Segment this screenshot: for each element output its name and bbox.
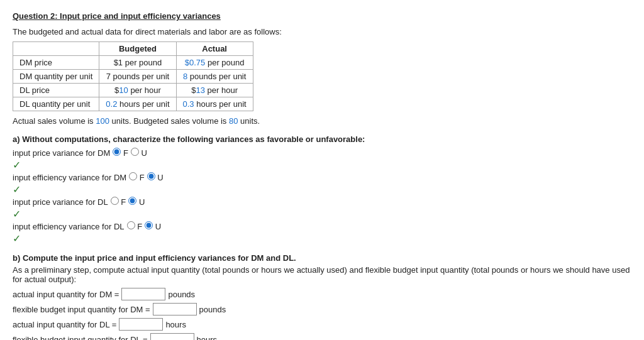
actual-input-qty-dm-unit: pounds	[168, 290, 195, 299]
intro-text: The budgeted and actual data for direct …	[13, 27, 631, 36]
variance-label-dm-price: input price variance for DM	[13, 148, 110, 158]
variance-row-dm-efficiency: input efficiency variance for DM F U	[13, 172, 631, 182]
variance-label-dl-price: input price variance for DL	[13, 197, 108, 207]
radio-dl-eff-u[interactable]	[145, 221, 153, 229]
flex-budget-qty-dm-input[interactable]	[153, 303, 197, 315]
section-a: a) Without computations, characterize th…	[13, 134, 631, 244]
actual-input-qty-dl-row: actual input quantity for DL = hours	[13, 318, 631, 331]
table-row: DM price $1 per pound $0.75 per pound	[13, 56, 253, 70]
sales-note: Actual sales volume is 100 units. Budget…	[13, 116, 631, 126]
table-row: DL quantity per unit 0.2 hours per unit …	[13, 97, 253, 111]
flex-budget-qty-dm-label: flexible budget input quantity for DM =	[13, 305, 150, 314]
radio-label-dl-price-u[interactable]: U	[128, 197, 145, 207]
radio-label-dl-eff-f[interactable]: F	[127, 221, 143, 231]
row-label-dl-qty: DL quantity per unit	[13, 97, 99, 111]
radio-label-dm-price-u[interactable]: U	[131, 148, 147, 158]
variance-row-dl-efficiency: input efficiency variance for DL F U	[13, 221, 631, 231]
cell-dl-qty-budgeted: 0.2 hours per unit	[99, 97, 176, 111]
table-header-actual: Actual	[176, 42, 253, 56]
cell-dm-price-budgeted: $1 per pound	[99, 56, 176, 70]
section-a-title: a) Without computations, characterize th…	[13, 134, 631, 144]
flex-budget-qty-dm-row: flexible budget input quantity for DM = …	[13, 303, 631, 315]
radio-dm-eff-u[interactable]	[147, 172, 155, 180]
data-table: Budgeted Actual DM price $1 per pound $0…	[13, 41, 253, 111]
radio-label-dm-price-f[interactable]: F	[113, 148, 128, 158]
actual-input-qty-dl-input[interactable]	[119, 318, 163, 331]
actual-input-qty-dl-label: actual input quantity for DL =	[13, 320, 116, 329]
flex-budget-qty-dl-input[interactable]	[150, 333, 194, 340]
variance-label-dm-efficiency: input efficiency variance for DM	[13, 173, 126, 182]
section-b-title: b) Compute the input price and input eff…	[13, 253, 631, 263]
radio-label-dl-eff-u[interactable]: U	[145, 221, 161, 231]
variance-row-dl-price: input price variance for DL F U	[13, 197, 631, 207]
flex-budget-qty-dl-label: flexible budget input quantity for DL =	[13, 335, 148, 341]
radio-label-dl-price-f[interactable]: F	[111, 197, 126, 207]
variance-label-dl-efficiency: input efficiency variance for DL	[13, 222, 125, 231]
radio-dm-price-f[interactable]	[113, 148, 121, 156]
section-b: b) Compute the input price and input eff…	[13, 253, 631, 340]
table-row: DM quantity per unit 7 pounds per unit 8…	[13, 70, 253, 84]
checkmark-dm-price: ✓	[13, 159, 631, 171]
cell-dm-qty-budgeted: 7 pounds per unit	[99, 70, 176, 84]
question-title: Question 2: Input price and input effici…	[13, 11, 631, 21]
cell-dl-price-actual: $13 per hour	[176, 84, 253, 97]
cell-dm-price-actual: $0.75 per pound	[176, 56, 253, 70]
radio-dm-eff-f[interactable]	[129, 172, 137, 180]
radio-dm-price-u[interactable]	[131, 148, 139, 156]
row-label-dl-price: DL price	[13, 84, 99, 97]
actual-input-qty-dl-unit: hours	[165, 320, 186, 329]
checkmark-dm-eff: ✓	[13, 184, 631, 195]
flex-budget-qty-dl-row: flexible budget input quantity for DL = …	[13, 333, 631, 340]
variance-row-dm-price: input price variance for DM F U	[13, 148, 631, 158]
checkmark-dl-eff: ✓	[13, 233, 631, 244]
radio-label-dm-eff-f[interactable]: F	[129, 172, 145, 182]
radio-dl-price-u[interactable]	[128, 197, 136, 205]
actual-input-qty-dm-input[interactable]	[121, 288, 165, 300]
actual-input-qty-dm-row: actual input quantity for DM = pounds	[13, 288, 631, 300]
actual-input-qty-dm-label: actual input quantity for DM =	[13, 290, 119, 299]
flex-budget-qty-dm-unit: pounds	[199, 305, 226, 314]
table-row: DL price $10 per hour $13 per hour	[13, 84, 253, 97]
row-label-dm-price: DM price	[13, 56, 99, 70]
cell-dl-price-budgeted: $10 per hour	[99, 84, 176, 97]
flex-budget-qty-dl-unit: hours	[197, 335, 218, 341]
cell-dm-qty-actual: 8 pounds per unit	[176, 70, 253, 84]
radio-dl-price-f[interactable]	[111, 197, 119, 205]
prelim-text: As a preliminary step, compute actual in…	[13, 265, 631, 284]
table-header-label	[13, 42, 99, 56]
checkmark-dl-price: ✓	[13, 208, 631, 220]
table-header-budgeted: Budgeted	[99, 42, 176, 56]
row-label-dm-qty: DM quantity per unit	[13, 70, 99, 84]
radio-label-dm-eff-u[interactable]: U	[147, 172, 164, 182]
radio-dl-eff-f[interactable]	[127, 221, 135, 229]
cell-dl-qty-actual: 0.3 hours per unit	[176, 97, 253, 111]
